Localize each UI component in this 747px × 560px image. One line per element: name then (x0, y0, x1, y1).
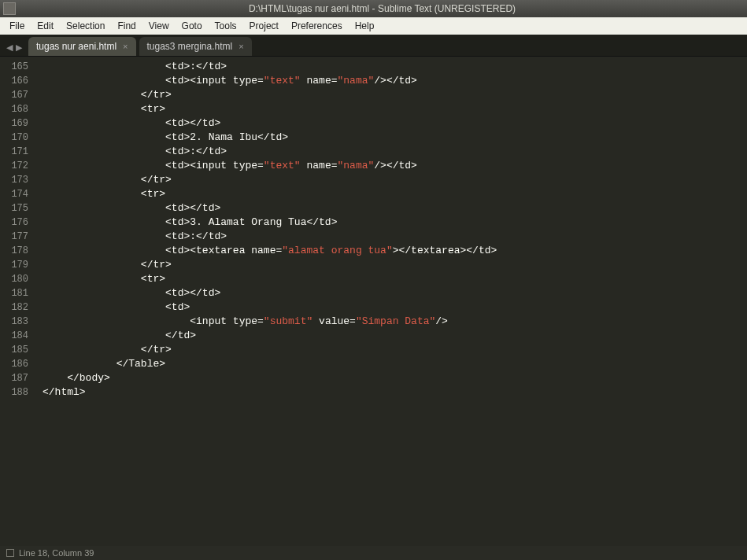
tab-label: tugas nur aeni.html (36, 41, 116, 52)
nav-arrows: ◀ ▶ (3, 42, 28, 56)
menu-find[interactable]: Find (111, 19, 142, 33)
nav-forward-icon[interactable]: ▶ (14, 42, 24, 53)
nav-back-icon[interactable]: ◀ (5, 42, 14, 53)
editor-area[interactable]: 165 166 167 168 169 170 171 172 173 174 … (0, 57, 747, 546)
menu-file[interactable]: File (3, 19, 31, 33)
close-icon[interactable]: × (239, 42, 243, 51)
line-number-gutter: 165 166 167 168 169 170 171 172 173 174 … (0, 57, 36, 546)
close-icon[interactable]: × (123, 42, 128, 51)
status-checkbox-icon[interactable] (6, 549, 14, 557)
menu-preferences[interactable]: Preferences (285, 19, 349, 33)
menu-edit[interactable]: Edit (31, 19, 60, 33)
tab-file-1[interactable]: tugas nur aeni.html × (28, 37, 136, 56)
menu-help[interactable]: Help (349, 19, 381, 33)
code-content[interactable]: <td>:</td> <td><input type="text" name="… (36, 57, 747, 546)
app-icon (3, 2, 16, 15)
menu-bar: File Edit Selection Find View Goto Tools… (0, 17, 747, 35)
tab-bar: ◀ ▶ tugas nur aeni.html × tugas3 mergina… (0, 35, 747, 57)
title-bar: D:\HTML\tugas nur aeni.html - Sublime Te… (0, 0, 747, 17)
menu-tools[interactable]: Tools (209, 19, 243, 33)
menu-goto[interactable]: Goto (176, 19, 209, 33)
tab-file-2[interactable]: tugas3 mergina.html × (139, 37, 252, 56)
window-title: D:\HTML\tugas nur aeni.html - Sublime Te… (20, 3, 744, 14)
tab-label: tugas3 mergina.html (147, 41, 233, 52)
menu-view[interactable]: View (142, 19, 176, 33)
status-bar: Line 18, Column 39 (0, 546, 747, 560)
status-position: Line 18, Column 39 (19, 548, 94, 558)
menu-project[interactable]: Project (243, 19, 285, 33)
menu-selection[interactable]: Selection (60, 19, 111, 33)
